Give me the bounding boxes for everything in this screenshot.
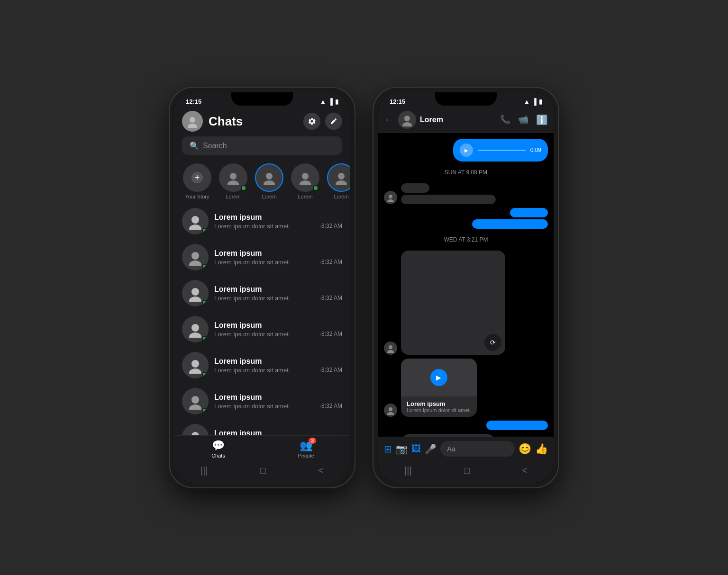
chat-item-6[interactable]: Lorem ipsum Lorem ipsum dolor sit amet. …	[174, 419, 350, 435]
msg-row-voice-1: ▶ 0:09	[384, 139, 548, 162]
story-item-4[interactable]: Lorem	[326, 163, 350, 199]
chat-info-0: Lorem ipsum Lorem ipsum dolor sit amet. …	[214, 213, 342, 230]
mic-button[interactable]: 🎤	[425, 443, 437, 455]
home-btn-2[interactable]: □	[455, 463, 479, 478]
outgoing-voice-msg: ▶ 0:09	[453, 139, 548, 162]
camera-button[interactable]	[303, 113, 320, 130]
chat-online-0	[202, 228, 208, 234]
back-button[interactable]: ←	[384, 114, 394, 126]
info-button[interactable]: ℹ️	[536, 114, 548, 126]
chat-preview-4: Lorem ipsum dolor sit amet. ·8:32 AM	[214, 367, 342, 374]
voice-waveform-1	[478, 150, 526, 151]
status-icons-2: ▲ ▐ ▮	[524, 98, 542, 105]
svg-point-10	[191, 216, 199, 224]
apps-button[interactable]: ⊞	[384, 443, 392, 455]
chat-time-4: ·8:32 AM	[320, 367, 342, 373]
chat-name-1: Lorem ipsum	[214, 249, 342, 258]
chat-info-5: Lorem ipsum Lorem ipsum dolor sit amet. …	[214, 393, 342, 410]
msg-row-image: ⟳	[384, 251, 548, 355]
contact-name: Lorem	[420, 116, 496, 124]
user-avatar[interactable]	[182, 111, 203, 132]
svg-point-2	[230, 173, 237, 180]
camera-input-button[interactable]: 📷	[396, 443, 408, 455]
svg-point-11	[189, 225, 201, 230]
chat-item-2[interactable]: Lorem ipsum Lorem ipsum dolor sit amet. …	[174, 275, 350, 311]
chat-avatar-3	[182, 316, 209, 342]
svg-point-21	[189, 404, 201, 410]
like-button[interactable]: 👍	[535, 443, 548, 455]
image-message: ⟳	[401, 251, 505, 355]
svg-point-27	[387, 199, 394, 202]
message-input[interactable]: Aa	[440, 441, 515, 457]
story-item-3[interactable]: Lorem	[290, 163, 320, 199]
link-preview[interactable]: ▶ Lorem ipsum Lorem ipsum dolor sit amet…	[401, 359, 477, 417]
date-divider-2: WED AT 3:21 PM	[384, 236, 548, 243]
svg-point-25	[402, 122, 412, 126]
chat-item-1[interactable]: Lorem ipsum Lorem ipsum dolor sit amet. …	[174, 239, 350, 275]
msg-row-incoming-1	[384, 183, 548, 204]
story-avatar-2	[255, 163, 283, 192]
recent-apps-btn-2[interactable]: |||	[395, 463, 421, 478]
stories-row: + Your Story Lorem	[174, 160, 350, 203]
video-call-button[interactable]: 📹	[518, 114, 528, 126]
chat-item-4[interactable]: Lorem ipsum Lorem ipsum dolor sit amet. …	[174, 347, 350, 383]
messages-area: ▶ 0:09 SUN AT 9:08 PM	[378, 133, 554, 437]
share-button[interactable]: ⟳	[484, 334, 501, 351]
voice-play-btn-1[interactable]: ▶	[460, 144, 473, 157]
chat-info-3: Lorem ipsum Lorem ipsum dolor sit amet. …	[214, 321, 342, 338]
chat-msg-0: Lorem ipsum dolor sit amet.	[214, 223, 316, 230]
svg-point-26	[389, 195, 392, 198]
home-btn[interactable]: □	[251, 463, 275, 478]
nav-chats[interactable]: 💬 Chats	[174, 440, 262, 458]
chat-preview-5: Lorem ipsum dolor sit amet. ·8:32 AM	[214, 403, 342, 410]
chat-item-0[interactable]: Lorem ipsum Lorem ipsum dolor sit amet. …	[174, 203, 350, 239]
chat-online-5	[202, 408, 208, 413]
your-story-label: Your Story	[185, 194, 209, 199]
link-title: Lorem ipsum	[407, 400, 471, 407]
chat-item-5[interactable]: Lorem ipsum Lorem ipsum dolor sit amet. …	[174, 383, 350, 419]
wifi-icon: ▲	[320, 98, 326, 105]
recent-apps-btn[interactable]: |||	[191, 463, 218, 478]
chat-online-3	[202, 336, 208, 341]
nav-people[interactable]: 👥 3 People	[262, 440, 350, 458]
svg-point-8	[338, 173, 345, 180]
chat-preview-3: Lorem ipsum dolor sit amet. ·8:32 AM	[214, 331, 342, 338]
chat-online-4	[202, 372, 208, 377]
chat-time-3: ·8:32 AM	[320, 331, 342, 337]
chat-list: Lorem ipsum Lorem ipsum dolor sit amet. …	[174, 203, 350, 435]
edit-button[interactable]	[325, 113, 342, 130]
emoji-button[interactable]: 😊	[519, 443, 531, 455]
incoming-bubbles	[401, 183, 496, 204]
chats-header: Chats	[174, 107, 350, 132]
chat-avatar-4	[182, 352, 209, 378]
story-item-2[interactable]: Lorem	[254, 163, 284, 199]
search-bar[interactable]: 🔍 Search	[182, 136, 342, 155]
svg-point-18	[191, 360, 199, 368]
outgoing-bubble-blue	[486, 421, 548, 430]
story-avatar-1	[219, 163, 247, 192]
gallery-button[interactable]: 🖼	[411, 443, 421, 454]
chat-detail-screen: ← Lorem 📞 📹 ℹ️	[378, 107, 554, 483]
story-item-1[interactable]: Lorem	[218, 163, 248, 199]
chat-info-4: Lorem ipsum Lorem ipsum dolor sit amet. …	[214, 357, 342, 374]
chat-avatar-2	[182, 280, 209, 306]
chat-info-6: Lorem ipsum Lorem ipsum dolor sit amet. …	[214, 429, 342, 436]
chat-time-5: ·8:32 AM	[320, 403, 342, 409]
chat-msg-2: Lorem ipsum dolor sit amet.	[214, 295, 316, 302]
svg-point-30	[389, 407, 392, 411]
back-btn-2[interactable]: <	[512, 463, 537, 478]
story-item-your-story[interactable]: + Your Story	[182, 163, 212, 199]
chat-name-5: Lorem ipsum	[214, 393, 342, 402]
input-row: ⊞ 📷 🖼 🎤 Aa 😊 👍	[384, 441, 548, 457]
svg-point-29	[387, 350, 394, 353]
svg-point-12	[191, 252, 199, 260]
chats-nav-label: Chats	[211, 453, 225, 458]
phone-call-button[interactable]: 📞	[500, 114, 510, 126]
chat-header-actions: 📞 📹 ℹ️	[500, 114, 548, 126]
people-nav-icon: 👥 3	[300, 440, 312, 452]
back-btn[interactable]: <	[309, 463, 333, 478]
header-actions	[303, 113, 342, 130]
story-avatar-4	[327, 163, 350, 192]
chat-item-3[interactable]: Lorem ipsum Lorem ipsum dolor sit amet. …	[174, 311, 350, 347]
input-area: ⊞ 📷 🖼 🎤 Aa 😊 👍	[378, 437, 554, 460]
